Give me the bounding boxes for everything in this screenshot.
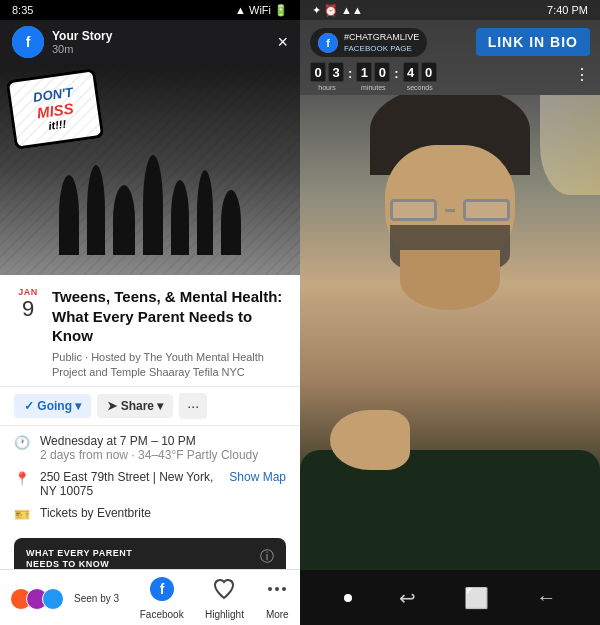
svg-point-5 (275, 587, 279, 591)
heart-icon (212, 577, 236, 607)
link-in-bio-badge: LINK IN BIO (476, 28, 590, 56)
seen-avatars (10, 588, 58, 610)
rc-hours-label: hours (318, 84, 336, 91)
bluetooth-icon: ✦ (312, 4, 321, 17)
chatgram-header: f #CHATGRAMLIVE FACEBOOK PAGE (310, 28, 427, 57)
svg-text:f: f (159, 581, 164, 597)
right-overlay: f #CHATGRAMLIVE FACEBOOK PAGE LINK IN BI… (300, 0, 600, 625)
location-icon: 📍 (14, 471, 30, 486)
story-header: f Your Story 30m × (0, 20, 300, 64)
event-date-section: JAN 9 Tweens, Teens, & Mental Health: Wh… (0, 275, 300, 386)
rc-sep2: : (393, 66, 399, 81)
svg-point-4 (268, 587, 272, 591)
event-day: 9 (22, 297, 34, 321)
story-title: Your Story (52, 29, 288, 43)
rc-seconds-label: seconds (407, 84, 433, 91)
schedule-info: Wednesday at 7 PM – 10 PM 2 days from no… (40, 434, 258, 462)
left-status-icons: ▲ WiFi 🔋 (235, 4, 288, 17)
rc-hours-d1: 0 (310, 62, 326, 82)
signal-icon-right: ▲▲ (341, 4, 363, 16)
nav-items-left: f Facebook Highlight (129, 577, 300, 620)
more-label: More (266, 609, 289, 620)
right-countdown: 0 3 hours : 1 0 minutes : 4 0 (310, 62, 437, 91)
countdown-info-icon: ⓘ (260, 548, 274, 566)
right-more-button[interactable]: ⋮ (574, 65, 590, 84)
rc-minutes: 1 0 minutes (356, 62, 390, 91)
rc-minutes-digits: 1 0 (356, 62, 390, 82)
right-time: 7:40 PM (547, 4, 588, 16)
seen-text: Seen by 3 (74, 593, 119, 604)
rc-seconds-d1: 4 (403, 62, 419, 82)
rc-hours: 0 3 hours (310, 62, 344, 91)
event-meta: Public · Hosted by The Youth Mental Heal… (52, 350, 286, 381)
chatgram-text-group: #CHATGRAMLIVE FACEBOOK PAGE (344, 32, 419, 53)
svg-text:f: f (26, 34, 31, 50)
going-button[interactable]: ✓ Going ▾ (14, 394, 91, 418)
rc-seconds-d2: 0 (421, 62, 437, 82)
rc-minutes-d2: 0 (374, 62, 390, 82)
address-container: 250 East 79th Street | New York, NY 1007… (40, 470, 286, 498)
rc-hours-digits: 0 3 (310, 62, 344, 82)
show-map-link[interactable]: Show Map (229, 470, 286, 484)
ticket-icon: 🎫 (14, 507, 30, 522)
rc-sep1: : (347, 66, 353, 81)
reply-icon[interactable]: ↩ (399, 586, 416, 610)
facebook-icon: f (150, 577, 174, 607)
schedule-row: 🕐 Wednesday at 7 PM – 10 PM 2 days from … (14, 434, 286, 462)
rc-minutes-label: minutes (361, 84, 386, 91)
address-text: 250 East 79th Street | New York, NY 1007… (40, 470, 229, 498)
left-time: 8:35 (12, 4, 33, 16)
story-avatar: f (12, 26, 44, 58)
right-status-bar: ✦ ⏰ ▲▲ 7:40 PM (300, 0, 600, 20)
address-row: 📍 250 East 79th Street | New York, NY 10… (14, 470, 286, 498)
weather-info: 2 days from now · 34–43°F Partly Cloudy (40, 448, 258, 462)
story-image-overlay (0, 64, 300, 275)
share-icon[interactable]: ⬜ (464, 586, 489, 610)
facebook-label: Facebook (140, 609, 184, 620)
battery-icon: 🔋 (274, 4, 288, 17)
event-info: Tweens, Teens, & Mental Health: What Eve… (52, 287, 286, 380)
rc-hours-d2: 3 (328, 62, 344, 82)
wifi-icon: WiFi (249, 4, 271, 16)
story-dot-indicator (344, 594, 352, 602)
alarm-icon: ⏰ (324, 4, 338, 17)
right-bottom-nav: ↩ ⬜ ← (300, 570, 600, 625)
back-icon[interactable]: ← (536, 586, 556, 609)
rc-seconds: 4 0 seconds (403, 62, 437, 91)
seen-by: Seen by 3 (0, 588, 129, 610)
schedule-time: Wednesday at 7 PM – 10 PM (40, 434, 258, 448)
rc-minutes-d1: 1 (356, 62, 372, 82)
story-image: Don't MiSS it!!! (0, 64, 300, 275)
countdown-label1: WHAT EVERY PARENT (26, 548, 250, 559)
more-dots-icon (265, 577, 289, 607)
event-actions: ✓ Going ▾ ➤ Share ▾ ··· (0, 386, 300, 426)
svg-text:f: f (326, 37, 330, 49)
tickets-row: 🎫 Tickets by Eventbrite (14, 506, 286, 522)
chatgram-hashtag: #CHATGRAMLIVE (344, 32, 419, 42)
event-title: Tweens, Teens, & Mental Health: What Eve… (52, 287, 286, 346)
svg-point-6 (282, 587, 286, 591)
left-panel: 8:35 ▲ WiFi 🔋 f Your Story 30m × (0, 0, 300, 625)
tickets-text: Tickets by Eventbrite (40, 506, 286, 520)
right-panel: ✦ ⏰ ▲▲ 7:40 PM f #CHATGRAMLIVE FACEBOOK … (300, 0, 600, 625)
clock-icon: 🕐 (14, 435, 30, 450)
story-info: Your Story 30m (52, 29, 288, 55)
rc-seconds-digits: 4 0 (403, 62, 437, 82)
signal-icon: ▲ (235, 4, 246, 16)
seen-avatar-3 (42, 588, 64, 610)
left-status-bar: 8:35 ▲ WiFi 🔋 (0, 0, 300, 20)
nav-facebook[interactable]: f Facebook (140, 577, 184, 620)
story-time: 30m (52, 43, 288, 55)
event-details: 🕐 Wednesday at 7 PM – 10 PM 2 days from … (0, 426, 300, 538)
story-close-button[interactable]: × (277, 32, 288, 53)
nav-highlight[interactable]: Highlight (205, 577, 244, 620)
chatgram-logo: f (318, 33, 338, 53)
right-status-left-icons: ✦ ⏰ ▲▲ (312, 4, 363, 17)
left-bottom-nav: Seen by 3 f Facebook (0, 569, 300, 625)
nav-more[interactable]: More (265, 577, 289, 620)
fb-page-badge: FACEBOOK PAGE (344, 44, 419, 53)
more-button[interactable]: ··· (179, 393, 207, 419)
share-button[interactable]: ➤ Share ▾ (97, 394, 173, 418)
highlight-label: Highlight (205, 609, 244, 620)
event-date-block: JAN 9 (14, 287, 42, 321)
